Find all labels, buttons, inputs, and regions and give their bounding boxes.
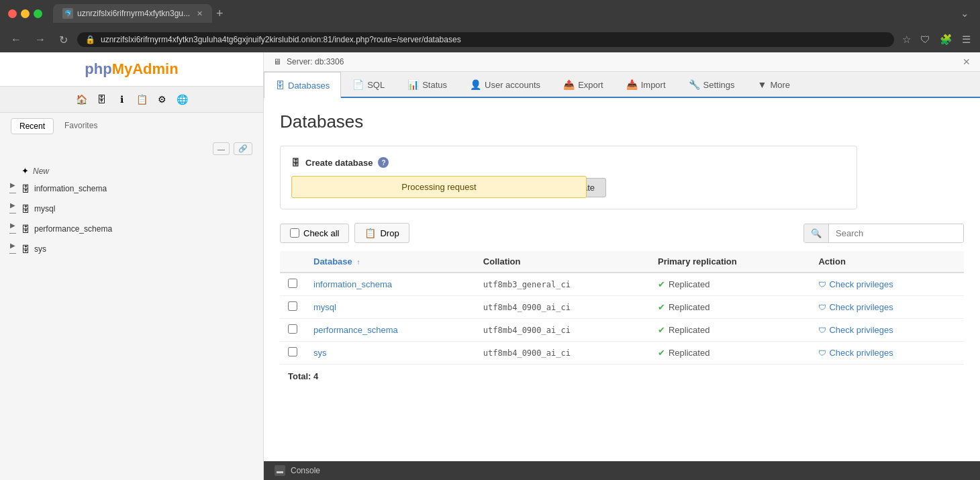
- info-icon[interactable]: ℹ: [114, 92, 129, 107]
- user-icon: 👤: [470, 79, 481, 90]
- content-area: 🖥 Server: db:3306 ✕ 🗄 Databases 📄 SQL 📊 …: [264, 52, 980, 480]
- databases-icon: 🗄: [275, 80, 285, 91]
- row-checkbox[interactable]: [288, 324, 297, 334]
- check-all-button[interactable]: Check all: [280, 224, 349, 243]
- sidebar-item-information-schema[interactable]: ▶ — 🗄 information_schema: [0, 179, 263, 199]
- new-database-item[interactable]: ✦ New: [0, 163, 263, 179]
- browser-toolbar: ← → ↻ 🔒 uznrzifslxi6rifrnyrm4xfytkn3gulu…: [0, 27, 980, 52]
- refresh-button[interactable]: 🔗: [234, 142, 252, 155]
- th-database-label: Database: [313, 256, 352, 267]
- db-list-controls: Check all 📋 Drop 🔍: [280, 223, 964, 243]
- minimize-window-button[interactable]: [21, 9, 30, 18]
- tab-status[interactable]: 📊 Status: [396, 72, 458, 97]
- tab-title: uznrzifslxi6rifrnyrm4xfytkn3gu...: [77, 9, 190, 18]
- replication-cell: ✔ Replicated: [650, 296, 810, 319]
- bookmark-icon[interactable]: ☆: [899, 31, 914, 48]
- phpmyadmin-logo: phpMyAdmin: [85, 60, 178, 78]
- copy-icon[interactable]: 📋: [134, 92, 149, 107]
- table-row: sys utf8mb4_0900_ai_ci ✔ Replicated: [280, 342, 964, 365]
- check-privileges-link[interactable]: 🛡 Check privileges: [818, 325, 956, 335]
- reload-button[interactable]: ↻: [55, 31, 72, 49]
- new-tab-button[interactable]: +: [216, 7, 224, 21]
- processing-overlay: Processing request: [291, 176, 587, 198]
- chevron-down-icon[interactable]: ⌄: [958, 5, 972, 22]
- page-title: Databases: [280, 111, 964, 132]
- maximize-window-button[interactable]: [34, 9, 42, 18]
- search-input[interactable]: [829, 224, 963, 242]
- check-all-checkbox[interactable]: [290, 228, 299, 238]
- row-checkbox[interactable]: [288, 301, 297, 311]
- sidebar-item-performance-schema[interactable]: ▶ — 🗄 performance_schema: [0, 219, 263, 239]
- db-link[interactable]: information_schema: [313, 279, 392, 289]
- shield-icon[interactable]: 🛡: [918, 31, 933, 48]
- action-cell: 🛡 Check privileges: [810, 296, 964, 319]
- lock-icon: 🔒: [85, 35, 95, 44]
- globe-icon[interactable]: 🌐: [175, 92, 189, 107]
- extensions-icon[interactable]: 🧩: [937, 31, 955, 48]
- address-bar[interactable]: 🔒 uznrzifslxi6rifrnyrm4xfytkn3guluha4tg6…: [77, 32, 894, 47]
- sidebar-item-mysql[interactable]: ▶ — 🗄 mysql: [0, 199, 263, 219]
- privileges-label: Check privileges: [829, 279, 893, 289]
- create-db-title: Create database: [305, 158, 373, 168]
- privileges-label: Check privileges: [829, 325, 893, 335]
- drop-icon: 📋: [364, 228, 376, 238]
- sidebar-logo: phpMyAdmin: [0, 52, 263, 87]
- search-icon-button[interactable]: 🔍: [804, 224, 829, 242]
- create-database-section: 🗄 Create database ? Processing request C…: [280, 146, 857, 209]
- sidebar-item-sys[interactable]: ▶ — 🗄 sys: [0, 239, 263, 259]
- tab-close-button[interactable]: ✕: [197, 9, 203, 18]
- action-cell: 🛡 Check privileges: [810, 342, 964, 365]
- page-content: Databases 🗄 Create database ? Processing…: [264, 98, 980, 461]
- tab-sql[interactable]: 📄 SQL: [341, 72, 396, 97]
- home-icon[interactable]: 🏠: [74, 92, 89, 107]
- replication-value: Replicated: [669, 302, 709, 312]
- check-privileges-link[interactable]: 🛡 Check privileges: [818, 302, 956, 312]
- console-bar[interactable]: ▬ Console: [264, 461, 980, 480]
- db-link[interactable]: mysql: [313, 302, 336, 312]
- sidebar-tab-favorites[interactable]: Favorites: [56, 118, 105, 134]
- tab-more[interactable]: ▼ More: [746, 72, 801, 97]
- browser-tab[interactable]: 🐬 uznrzifslxi6rifrnyrm4xfytkn3gu... ✕: [53, 4, 212, 23]
- back-button[interactable]: ←: [7, 31, 26, 48]
- tab-import[interactable]: 📥 Import: [615, 72, 677, 97]
- tab-export[interactable]: 📤 Export: [552, 72, 615, 97]
- tab-user-accounts[interactable]: 👤 User accounts: [458, 72, 552, 97]
- row-checkbox[interactable]: [288, 279, 297, 288]
- check-privileges-link[interactable]: 🛡 Check privileges: [818, 348, 956, 358]
- db-link[interactable]: performance_schema: [313, 325, 398, 335]
- db-link[interactable]: sys: [313, 348, 327, 358]
- import-icon: 📥: [626, 79, 638, 90]
- collapse-all-button[interactable]: —: [213, 142, 230, 155]
- logo-php: php: [85, 60, 111, 77]
- settings-icon[interactable]: ⚙: [154, 92, 169, 107]
- privileges-icon: 🛡: [818, 303, 826, 312]
- tab-databases-label: Databases: [288, 81, 330, 91]
- replication-cell: ✔ Replicated: [650, 342, 810, 365]
- create-db-form: Processing request Create: [291, 177, 846, 198]
- menu-icon[interactable]: ☰: [959, 31, 973, 48]
- close-window-button[interactable]: [8, 9, 17, 18]
- row-checkbox[interactable]: [288, 347, 297, 356]
- console-label: Console: [291, 466, 320, 475]
- export-icon: 📤: [563, 79, 575, 90]
- table-row: mysql utf8mb4_0900_ai_ci ✔ Replicated: [280, 296, 964, 319]
- th-database[interactable]: Database ↑: [305, 251, 475, 273]
- tab-settings[interactable]: 🔧 Settings: [677, 72, 746, 97]
- sql-icon: 📄: [352, 79, 364, 90]
- row-checkbox-cell: [280, 342, 305, 365]
- sidebar-tab-recent[interactable]: Recent: [11, 118, 54, 134]
- db-icon: 🗄: [21, 204, 30, 214]
- collation-value: utf8mb4_0900_ai_ci: [483, 348, 571, 358]
- server-label: Server: db:3306: [287, 57, 344, 66]
- close-panel-button[interactable]: ✕: [963, 56, 971, 67]
- tab-sql-label: SQL: [367, 80, 385, 90]
- drop-button[interactable]: 📋 Drop: [354, 223, 409, 243]
- help-icon[interactable]: ?: [378, 157, 389, 168]
- url-display: uznrzifslxi6rifrnyrm4xfytkn3guluha4tg6gx…: [101, 35, 886, 44]
- check-privileges-link[interactable]: 🛡 Check privileges: [818, 279, 956, 289]
- settings-nav-icon: 🔧: [689, 79, 700, 90]
- drop-label: Drop: [380, 228, 399, 238]
- forward-button[interactable]: →: [31, 31, 50, 48]
- database-icon[interactable]: 🗄: [94, 92, 109, 107]
- tab-databases[interactable]: 🗄 Databases: [264, 72, 341, 98]
